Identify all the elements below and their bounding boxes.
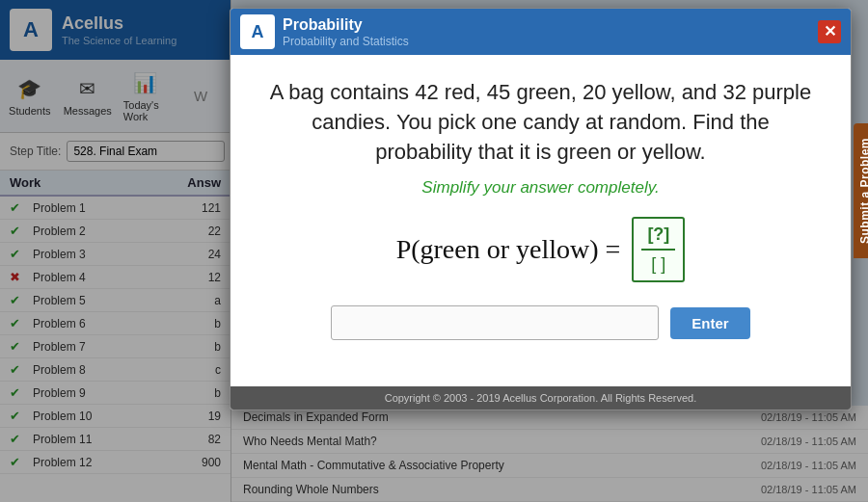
problem-statement: A bag contains 42 red, 45 green, 20 yell…	[269, 78, 812, 167]
copyright-text: Copyright © 2003 - 2019 Acellus Corporat…	[385, 392, 697, 404]
modal-title-sub: Probability and Statistics	[283, 35, 810, 48]
modal-title-text: Probability Probability and Statistics	[283, 15, 810, 47]
modal-footer: Copyright © 2003 - 2019 Acellus Corporat…	[231, 386, 851, 410]
enter-button[interactable]: Enter	[670, 307, 749, 339]
fraction-denominator: [ ]	[645, 251, 671, 277]
answer-input[interactable]	[331, 305, 659, 340]
fraction-box: [?] [ ]	[632, 217, 685, 282]
answer-input-row: Enter	[269, 305, 812, 340]
submit-problem-fix-button[interactable]: Submit a Problem Fix	[854, 123, 868, 258]
equation-row: P(green or yellow) = [?] [ ]	[396, 217, 686, 282]
modal-logo: A	[240, 14, 275, 49]
modal-body: A bag contains 42 red, 45 green, 20 yell…	[231, 55, 851, 386]
simplify-instruction: Simplify your answer completely.	[421, 178, 659, 198]
fraction-numerator: [?]	[641, 223, 675, 251]
equation-prefix: P(green or yellow) =	[396, 234, 621, 265]
modal-title-main: Probability	[283, 15, 810, 34]
modal-close-button[interactable]: ✕	[818, 20, 841, 43]
modal-titlebar: A Probability Probability and Statistics…	[231, 9, 851, 55]
probability-modal: A Probability Probability and Statistics…	[230, 8, 852, 410]
